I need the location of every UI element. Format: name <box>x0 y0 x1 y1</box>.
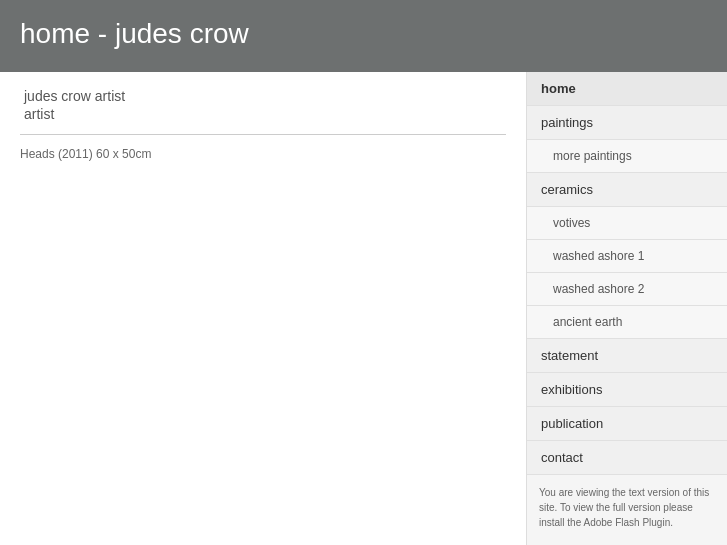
sidebar-item-washed-ashore-2[interactable]: washed ashore 2 <box>527 273 727 306</box>
layout: judes crow artist artist Heads (2011) 60… <box>0 72 727 545</box>
sidebar-note: You are viewing the text version of this… <box>527 475 727 540</box>
sidebar-item-votives[interactable]: votives <box>527 207 727 240</box>
page-title: home - judes crow <box>20 18 707 50</box>
sidebar-item-washed-ashore-1[interactable]: washed ashore 1 <box>527 240 727 273</box>
sidebar-item-ancient-earth[interactable]: ancient earth <box>527 306 727 339</box>
sidebar-item-ceramics[interactable]: ceramics <box>527 173 727 207</box>
sidebar: homepaintingsmore paintingsceramicsvotiv… <box>527 72 727 545</box>
sidebar-item-more-paintings[interactable]: more paintings <box>527 140 727 173</box>
content-divider <box>20 134 506 135</box>
main-content: judes crow artist artist Heads (2011) 60… <box>0 72 527 545</box>
sidebar-item-contact[interactable]: contact <box>527 441 727 475</box>
site-subtitle: artist <box>20 106 506 122</box>
sidebar-item-statement[interactable]: statement <box>527 339 727 373</box>
sidebar-item-exhibitions[interactable]: exhibitions <box>527 373 727 407</box>
site-title: judes crow artist <box>20 88 506 104</box>
sidebar-item-publication[interactable]: publication <box>527 407 727 441</box>
page-header: home - judes crow <box>0 0 727 72</box>
nav-list: homepaintingsmore paintingsceramicsvotiv… <box>527 72 727 475</box>
image-caption: Heads (2011) 60 x 50cm <box>20 147 506 161</box>
sidebar-item-home[interactable]: home <box>527 72 727 106</box>
sidebar-item-paintings[interactable]: paintings <box>527 106 727 140</box>
